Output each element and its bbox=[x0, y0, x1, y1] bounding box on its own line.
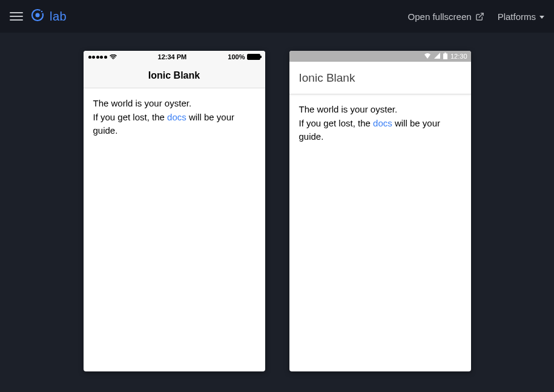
platforms-dropdown[interactable]: Platforms bbox=[498, 11, 544, 22]
chevron-down-icon bbox=[539, 16, 544, 19]
ios-battery-area: 100% bbox=[228, 53, 260, 60]
android-body-line1: The world is your oyster. bbox=[299, 104, 398, 114]
platforms-label: Platforms bbox=[498, 11, 536, 22]
android-statusbar: 12:30 bbox=[289, 51, 471, 62]
svg-rect-5 bbox=[444, 53, 446, 54]
android-device-preview: 12:30 Ionic Blank The world is your oyst… bbox=[289, 51, 471, 371]
logo-text: lab bbox=[50, 10, 67, 24]
ios-signal-area bbox=[88, 54, 117, 60]
battery-icon bbox=[247, 54, 260, 60]
svg-rect-4 bbox=[443, 53, 447, 59]
ios-body-line1: The world is your oyster. bbox=[93, 98, 192, 108]
logo[interactable]: lab bbox=[30, 8, 67, 25]
menu-button[interactable] bbox=[10, 10, 23, 23]
android-body-prefix: If you get lost, the bbox=[299, 118, 374, 128]
logo-icon bbox=[30, 8, 45, 25]
wifi-icon bbox=[424, 53, 431, 60]
android-content: The world is your oyster. If you get los… bbox=[289, 94, 471, 152]
svg-point-1 bbox=[36, 13, 40, 18]
ios-body-prefix: If you get lost, the bbox=[93, 112, 168, 122]
ios-page-title: Ionic Blank bbox=[148, 70, 200, 81]
docs-link[interactable]: docs bbox=[373, 118, 392, 128]
cell-signal-icon bbox=[434, 53, 440, 60]
battery-percent: 100% bbox=[228, 53, 245, 60]
battery-icon bbox=[443, 53, 447, 60]
topbar: lab Open fullscreen Platforms bbox=[0, 0, 554, 33]
ios-statusbar: 12:34 PM 100% bbox=[84, 51, 265, 63]
svg-line-3 bbox=[479, 13, 483, 17]
docs-link[interactable]: docs bbox=[167, 112, 186, 122]
android-nav-header: Ionic Blank bbox=[289, 62, 471, 94]
signal-strength-icon bbox=[88, 56, 107, 59]
ios-device-preview: 12:34 PM 100% Ionic Blank The world is y… bbox=[84, 51, 265, 371]
android-page-title: Ionic Blank bbox=[299, 71, 355, 85]
wifi-icon bbox=[110, 54, 117, 60]
ios-content: The world is your oyster. If you get los… bbox=[84, 88, 265, 146]
open-fullscreen-button[interactable]: Open fullscreen bbox=[408, 11, 484, 22]
ios-clock: 12:34 PM bbox=[158, 53, 187, 60]
preview-stage: 12:34 PM 100% Ionic Blank The world is y… bbox=[0, 33, 554, 371]
open-fullscreen-label: Open fullscreen bbox=[408, 11, 472, 22]
svg-point-2 bbox=[41, 10, 43, 13]
ios-nav-header: Ionic Blank bbox=[84, 63, 265, 88]
external-link-icon bbox=[475, 12, 484, 21]
android-clock: 12:30 bbox=[450, 53, 467, 60]
